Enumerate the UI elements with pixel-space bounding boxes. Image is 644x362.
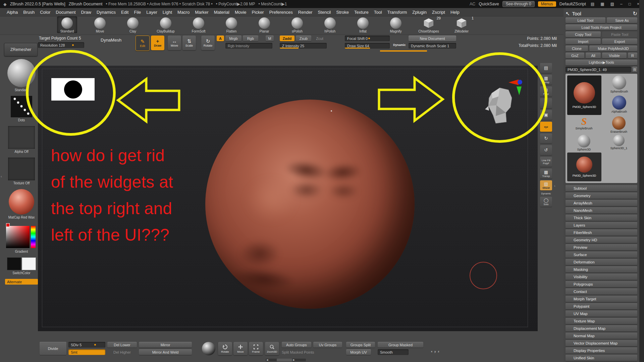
mirror-and-weld-button[interactable]: Mirror And Weld bbox=[139, 349, 192, 355]
move-icon bbox=[238, 344, 243, 350]
groups-split-button[interactable]: Groups Split bbox=[346, 342, 375, 348]
scroll-handle[interactable] bbox=[277, 359, 292, 361]
rotate-icon bbox=[222, 344, 228, 350]
bottom-toolbar: Divide SDiv 5 Smt Del Lower Del Higher M… bbox=[0, 0, 644, 362]
scroll-right-icon[interactable]: ▶ bbox=[292, 359, 295, 361]
zoom3d-button[interactable]: Zoom3D bbox=[265, 342, 279, 355]
uv-groups-button[interactable]: Uv Groups bbox=[313, 342, 342, 348]
rotate-view-button[interactable]: Rotate bbox=[218, 342, 232, 355]
frame-icon bbox=[253, 344, 259, 350]
move-view-button[interactable]: Move bbox=[233, 342, 248, 355]
morph-uv-button[interactable]: Morph UV bbox=[346, 349, 371, 355]
bottom-scrollbar[interactable]: ◀ ▶ bbox=[266, 359, 306, 361]
del-lower-button[interactable]: Del Lower bbox=[107, 342, 137, 348]
auto-groups-button[interactable]: Auto Groups bbox=[282, 342, 311, 348]
del-higher-button[interactable]: Del Higher bbox=[107, 349, 137, 355]
xyz-axis-label: x y z bbox=[431, 350, 440, 353]
split-masked-points-button[interactable]: Split Masked Points bbox=[282, 349, 325, 355]
material-ball-icon[interactable] bbox=[202, 342, 215, 355]
sdiv-slider[interactable]: SDiv 5 bbox=[68, 342, 105, 348]
divide-button[interactable]: Divide bbox=[40, 342, 66, 355]
frame-button[interactable]: Frame bbox=[249, 342, 263, 355]
zbrush-window: ◆ ZBrush 2022.0.5 [Paris Wells] ZBrush D… bbox=[0, 0, 644, 362]
scroll-left-icon[interactable]: ◀ bbox=[266, 359, 269, 361]
smt-slider[interactable]: Smt bbox=[68, 349, 105, 355]
zoom-icon bbox=[269, 344, 275, 350]
mirror-button[interactable]: Mirror bbox=[139, 342, 192, 348]
group-masked-button[interactable]: Group Masked bbox=[378, 342, 423, 348]
smooth-slider[interactable]: Smooth bbox=[378, 349, 409, 355]
